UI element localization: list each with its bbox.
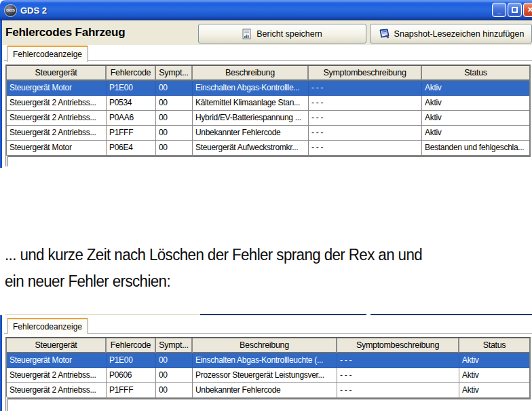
column-header[interactable]: Fehlercode [107,66,156,81]
crop-edge-navy-left [200,314,366,315]
table-cell: Steuergerät 2 Antriebss... [7,368,107,383]
table-cell: Steuergerät 2 Antriebss... [7,126,107,141]
table-cell: Bestanden und fehlgeschla... [422,141,529,156]
table-cell: Aktiv [459,353,529,368]
table-cell: P1FFF [107,383,156,398]
table-row[interactable]: Steuergerät 2 Antriebss...P1FFF00Unbekan… [7,383,529,398]
tab-label: Fehlercodeanzeige [13,322,82,332]
table-cell: Steuergerät 2 Antriebss... [7,96,107,111]
save-report-label: Bericht speichern [256,29,322,39]
page-title: Fehlercodes Fahrzeug [5,26,125,39]
close-button[interactable]: ✕ [523,3,532,17]
note-line-2: ein neuer Fehler erschien: [5,268,512,295]
table-cell: - - - [309,111,422,126]
table-cell: P1FFF [107,126,156,141]
table-cell: P0534 [107,96,156,111]
table-cell: 00 [156,126,193,141]
gds2-window-bottom-fragment: Fehlercodeanzeige SteuergerätFehlercodeS… [0,312,532,411]
table-cell: - - - [337,368,459,383]
maximize-icon [512,7,518,13]
column-header[interactable]: Status [459,338,529,353]
table-row[interactable]: Steuergerät 2 Antriebss...P0AA600Hybrid/… [7,111,529,126]
column-header[interactable]: Steuergerät [7,338,107,353]
table-cell: 00 [156,141,193,156]
table-cell: Steuergerät Motor [7,141,107,156]
table-cell: 00 [156,96,193,111]
gds2-window-top-fragment: GDS GDS 2 _ ✕ Fehlercodes Fahrzeug Beric… [0,0,532,168]
table-cell: P06E4 [107,141,156,156]
table-cell: Steuergerät Motor [7,81,107,96]
screenshot-root: { "titlebar": { "app_name": "GDS 2" }, "… [0,0,532,411]
minimize-button[interactable]: _ [492,3,506,17]
table-cell: - - - [309,96,422,111]
table-left-edge [5,397,8,411]
table-cell: Einschalten Abgas-Kontrollle... [193,81,309,96]
table-cell: Aktiv [422,96,529,111]
table-cell: Aktiv [422,81,529,96]
table-cell: P0606 [107,368,156,383]
table-left-edge [5,156,8,166]
fault-code-table: SteuergerätFehlercodeSympt...Beschreibun… [5,65,531,157]
column-header[interactable]: Status [422,66,529,81]
table-header-row: SteuergerätFehlercodeSympt...Beschreibun… [7,338,529,353]
table-cell: - - - [337,353,459,368]
table-row[interactable]: Steuergerät MotorP06E400Steuergerät Aufw… [7,141,529,156]
table-cell: P1E00 [107,353,156,368]
table-header-row: SteuergerätFehlercodeSympt...Beschreibun… [7,66,529,81]
column-header[interactable]: Symptombeschreibung [337,338,459,353]
crop-edge-navy-right [370,314,532,315]
forum-note-text: ... und kurze Zeit nach Löschen der Fehl… [5,242,512,295]
table-cell: Unbekannter Fehlercode [193,126,309,141]
note-line-1: ... und kurze Zeit nach Löschen der Fehl… [5,242,512,268]
table-row[interactable]: Steuergerät 2 Antriebss...P1FFF00Unbekan… [7,126,529,141]
column-header[interactable]: Sympt... [156,66,193,81]
table-row[interactable]: Steuergerät 2 Antriebss...P060600Prozess… [7,368,529,383]
table-cell: Aktiv [459,383,529,398]
table-cell: - - - [309,126,422,141]
column-header[interactable]: Symptombeschreibung [309,66,422,81]
table-cell: Steuergerät 2 Antriebss... [7,111,107,126]
window-title: GDS 2 [20,5,47,16]
window-left-border [0,315,2,411]
table-cell: 00 [156,353,193,368]
table-cell: - - - [309,81,422,96]
table-cell: P1E00 [107,81,156,96]
table-cell: Aktiv [422,126,529,141]
table-row[interactable]: Steuergerät 2 Antriebss...P053400Kältemi… [7,96,529,111]
table-cell: - - - [337,383,459,398]
table-cell: 00 [156,383,193,398]
table-cell: 00 [156,368,193,383]
table-cell: 00 [156,81,193,96]
table-row[interactable]: Steuergerät MotorP1E0000Einschalten Abga… [7,353,529,368]
report-document-icon [242,29,252,39]
crop-edge-beige [5,314,200,315]
add-snapshot-bookmark-button[interactable]: Snapshot-Lesezeichen hinzufügen [370,24,532,43]
table-cell: Unbekannter Fehlercode [193,383,337,398]
save-report-button[interactable]: Bericht speichern [198,24,366,43]
table-cell: Kältemittel Klimaanlage Stan... [193,96,309,111]
table-cell: Aktiv [422,111,529,126]
column-header[interactable]: Beschreibung [193,66,309,81]
table-cell: P0AA6 [107,111,156,126]
gds2-app-icon-text: GDS [6,8,15,12]
column-header[interactable]: Fehlercode [107,338,156,353]
window-titlebar[interactable]: GDS GDS 2 _ ✕ [0,0,532,20]
maximize-button[interactable] [508,3,522,17]
tab-fehlercodeanzeige[interactable]: Fehlercodeanzeige [7,46,88,62]
titlebar-buttons: _ ✕ [492,3,532,17]
column-header[interactable]: Sympt... [156,338,193,353]
fault-code-table: SteuergerätFehlercodeSympt...Beschreibun… [5,337,531,399]
column-header[interactable]: Beschreibung [193,338,337,353]
table-cell: Steuergerät 2 Antriebss... [7,383,107,398]
table-cell: Prozessor Steuergerät Leistungsver... [193,368,337,383]
table-cell: Aktiv [459,368,529,383]
tab-fehlercodeanzeige[interactable]: Fehlercodeanzeige [7,318,88,334]
add-snapshot-label: Snapshot-Lesezeichen hinzufügen [394,29,525,39]
table-cell: - - - [309,141,422,156]
table-cell: Einschalten Abgas-Kontrollleuchte (... [193,353,337,368]
column-header[interactable]: Steuergerät [7,66,107,81]
snapshot-bookmark-icon [378,29,390,39]
table-cell: 00 [156,111,193,126]
table-row[interactable]: Steuergerät MotorP1E0000Einschalten Abga… [7,81,529,96]
table-cell: Steuergerät Aufweckstromkr... [193,141,309,156]
